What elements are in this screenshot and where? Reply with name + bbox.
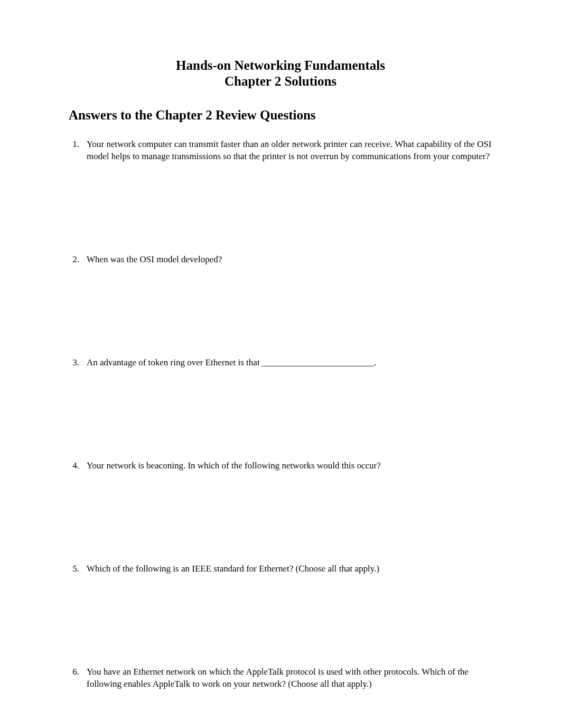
question-text: An advantage of token ring over Ethernet… <box>87 357 492 369</box>
question-text: Which of the following is an IEEE standa… <box>87 563 492 575</box>
question-text: Your network computer can transmit faste… <box>87 139 492 163</box>
question-number: 4. <box>69 460 87 472</box>
list-item: 4. Your network is beaconing. In which o… <box>69 460 492 472</box>
list-item: 1. Your network computer can transmit fa… <box>69 139 492 163</box>
list-item: 2. When was the OSI model developed? <box>69 254 492 266</box>
question-number: 6. <box>69 666 87 690</box>
list-item: 6. You have an Ethernet network on which… <box>69 666 492 690</box>
question-number: 1. <box>69 139 87 163</box>
question-list: 1. Your network computer can transmit fa… <box>69 139 492 690</box>
document-title-line2: Chapter 2 Solutions <box>69 74 492 89</box>
question-text: Your network is beaconing. In which of t… <box>87 460 492 472</box>
question-number: 5. <box>69 563 87 575</box>
question-text: You have an Ethernet network on which th… <box>87 666 492 690</box>
list-item: 3. An advantage of token ring over Ether… <box>69 357 492 369</box>
question-number: 3. <box>69 357 87 369</box>
section-heading: Answers to the Chapter 2 Review Question… <box>69 108 492 123</box>
list-item: 5. Which of the following is an IEEE sta… <box>69 563 492 575</box>
question-number: 2. <box>69 254 87 266</box>
question-text: When was the OSI model developed? <box>87 254 492 266</box>
document-title-line1: Hands-on Networking Fundamentals <box>69 58 492 73</box>
